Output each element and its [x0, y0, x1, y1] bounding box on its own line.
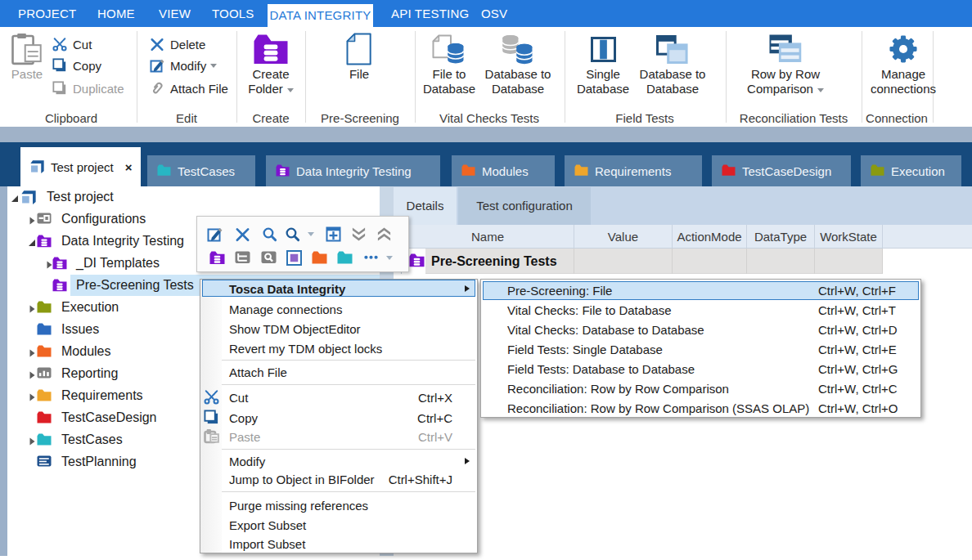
column-header-datatype[interactable]: DataType [747, 225, 815, 249]
ribbon-button-modify[interactable]: Modify [150, 56, 217, 75]
menu-item-manage-connections[interactable]: Manage connections [201, 299, 476, 319]
menu-item-tosca-data-integrity[interactable]: Tosca Data Integrity [201, 279, 476, 298]
document-tab-bar: Test project×TestCasesData Integrity Tes… [0, 142, 972, 186]
toolbar-button-more-dots-icon[interactable] [361, 248, 380, 267]
toolbar-button-purple-square-icon[interactable] [284, 248, 304, 267]
menu-item-paste[interactable]: PasteCtrl+V [201, 427, 476, 446]
menu-tab-api-testing[interactable]: API TESTING [391, 0, 469, 27]
ribbon-button-attach-file[interactable]: Attach File [150, 78, 228, 98]
toolbar-button-collapse-up-icon[interactable] [374, 224, 394, 244]
toolbar-button-folder-db-purple-icon[interactable] [207, 248, 227, 267]
ribbon-button-row-by-row-comparison[interactable]: Row by RowComparison [735, 29, 836, 96]
tree-item-test-project[interactable]: Test project [7, 186, 380, 208]
panel-tab-test-configuration[interactable]: Test configuration [458, 187, 591, 225]
submenu-item-shortcut: Ctrl+W, Ctrl+E [818, 343, 897, 356]
ribbon-button-duplicate[interactable]: Duplicate [52, 78, 124, 98]
ribbon-button-copy[interactable]: Copy [52, 56, 101, 75]
ribbon-button-cut[interactable]: Cut [52, 34, 92, 54]
submenu-item-field-tests-single-database[interactable]: Field Tests: Single DatabaseCtrl+W, Ctrl… [482, 339, 920, 359]
document-tab-testcasedesign[interactable]: TestCaseDesign [712, 155, 851, 186]
ribbon-menu-bar: PROJECTHOMEVIEWTOOLSDATA INTEGRITYAPI TE… [0, 0, 972, 27]
menu-tab-osv[interactable]: OSV [481, 0, 507, 27]
menu-item-attach-file[interactable]: Attach File [201, 362, 476, 382]
document-tab-modules[interactable]: Modules [452, 155, 555, 186]
ribbon-button-create-folder[interactable]: CreateFolder [220, 29, 322, 96]
menu-tab-project[interactable]: PROJECT [18, 0, 76, 27]
submenu-arrow-icon [465, 458, 470, 464]
toolbar-button-rename-icon[interactable] [205, 224, 224, 244]
expander-collapsed-icon[interactable] [27, 369, 37, 379]
column-header-workstate[interactable]: WorkState [815, 225, 883, 249]
submenu-item-reconciliation-row-by-row-comparison-ssas-olap-[interactable]: Reconciliation: Row by Row Comparison (S… [482, 398, 920, 418]
menu-tab-view[interactable]: VIEW [159, 0, 191, 27]
document-tab-requirements[interactable]: Requirements [565, 155, 702, 186]
document-tab-label: Data Integrity Testing [296, 164, 412, 178]
submenu-item-field-tests-database-to-database[interactable]: Field Tests: Database to DatabaseCtrl+W,… [482, 359, 920, 379]
table-row-pre-screening-tests[interactable]: Pre-Screening Tests [401, 249, 972, 274]
menu-item-cut[interactable]: CutCtrl+X [201, 388, 476, 407]
menu-item-shortcut: Ctrl+X [418, 391, 452, 405]
menu-item-import-subset[interactable]: Import Subset [201, 534, 476, 553]
expander-collapsed-icon[interactable] [27, 214, 37, 224]
column-header-value[interactable]: Value [574, 225, 673, 249]
dropdown-arrow-icon [210, 64, 217, 68]
toolbar-button-search-icon[interactable] [259, 224, 279, 244]
document-tab-execution[interactable]: Execution [861, 155, 961, 186]
row-end-separator [882, 249, 883, 274]
ribbon-button-label-text: Paste [11, 67, 43, 81]
toolbar-button-search-dropdown-icon[interactable] [282, 224, 302, 244]
dropdown-arrow-icon [817, 88, 824, 92]
toolbar-button-search-box-icon[interactable] [259, 248, 278, 267]
menu-item-export-subset[interactable]: Export Subset [201, 515, 476, 535]
column-header-actionmode[interactable]: ActionMode [673, 225, 747, 249]
expander-collapsed-icon[interactable] [27, 435, 37, 445]
submenu-arrow-icon [465, 285, 470, 292]
tab-close-icon[interactable]: × [125, 161, 133, 173]
tree-item-label: TestCases [61, 429, 123, 450]
tosca-project-icon [21, 190, 36, 208]
toolbar-button-folder-orange-icon[interactable] [309, 248, 329, 267]
expander-expanded-icon[interactable] [27, 236, 37, 246]
submenu-item-shortcut: Ctrl+W, Ctrl+T [818, 303, 896, 317]
submenu-item-vital-checks-database-to-database[interactable]: Vital Checks: Database to DatabaseCtrl+W… [482, 320, 920, 339]
expander-collapsed-icon[interactable] [27, 391, 37, 401]
submenu-item-label: Field Tests: Database to Database [507, 362, 695, 376]
menu-tab-home[interactable]: HOME [97, 0, 135, 27]
menu-tab-data-integrity[interactable]: DATA INTEGRITY [268, 4, 373, 27]
menu-item-show-tdm-objecteditor[interactable]: Show TDM ObjectEditor [201, 319, 476, 338]
submenu-item-reconciliation-row-by-row-comparison[interactable]: Reconciliation: Row by Row ComparisonCtr… [482, 379, 920, 398]
submenu-item-vital-checks-file-to-database[interactable]: Vital Checks: File to DatabaseCtrl+W, Ct… [482, 300, 920, 320]
tree-item-label: Configurations [61, 208, 146, 230]
document-tab-test-project[interactable]: Test project× [20, 147, 141, 186]
ribbon-group-label-vital-checks-tests: Vital Checks Tests [439, 110, 539, 127]
tosca-application-window: PROJECTHOMEVIEWTOOLSDATA INTEGRITYAPI TE… [0, 0, 972, 560]
expander-expanded-icon[interactable] [10, 192, 20, 202]
folder-red-icon [37, 411, 52, 427]
toolbar-button-tree-structure-icon[interactable] [232, 248, 252, 267]
column-header-name[interactable]: Name [402, 225, 574, 249]
menu-item-purge-missing-references[interactable]: Purge missing references [201, 495, 476, 515]
ribbon-button-file[interactable]: File [308, 29, 410, 82]
row-by-row-comparison-icon [735, 33, 836, 65]
ribbon-group-label-field-tests: Field Tests [615, 110, 673, 127]
menu-tab-tools[interactable]: TOOLS [212, 0, 254, 27]
submenu-item-pre-screening-file[interactable]: Pre-Screening: FileCtrl+W, Ctrl+F [482, 280, 920, 300]
menu-item-revert-my-tdm-object-locks[interactable]: Revert my TDM object locks [201, 338, 476, 358]
expander-collapsed-icon[interactable] [27, 302, 37, 312]
menu-item-jump-to-object-in-bifolder[interactable]: Jump to Object in BIFolderCtrl+Shift+J [201, 469, 476, 489]
ribbon-button-database-to-database[interactable]: Database toDatabase [622, 29, 723, 96]
toolbar-button-collapse-down-icon[interactable] [349, 224, 368, 244]
ribbon-button-delete[interactable]: Delete [150, 34, 205, 54]
document-tab-testcases[interactable]: TestCases [147, 155, 255, 186]
menu-item-copy[interactable]: CopyCtrl+C [201, 408, 476, 428]
toolbar-button-expand-all-icon[interactable] [323, 224, 343, 244]
toolbar-button-delete-x-icon[interactable] [232, 224, 252, 244]
document-tab-data-integrity-testing[interactable]: Data Integrity Testing [266, 155, 440, 186]
ribbon-button-manage-connections[interactable]: Manageconnections [853, 29, 954, 96]
expander-collapsed-icon[interactable] [27, 347, 37, 356]
menu-item-modify[interactable]: Modify [201, 451, 476, 471]
toolbar-button-folder-teal-icon[interactable] [335, 248, 354, 267]
cut-icon [52, 37, 67, 52]
tosca-data-integrity-submenu: Pre-Screening: FileCtrl+W, Ctrl+FVital C… [480, 279, 921, 418]
ribbon-button-label-text: Single [586, 67, 620, 81]
